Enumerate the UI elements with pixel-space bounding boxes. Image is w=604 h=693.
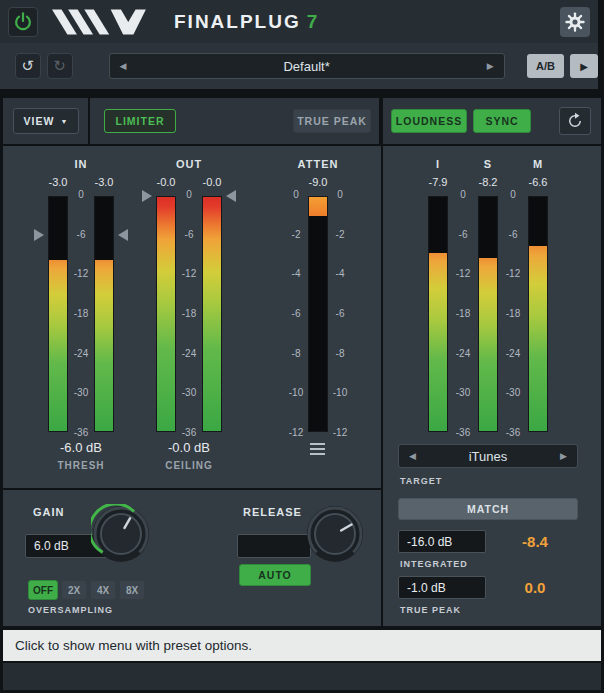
controls-panel: GAIN RELEASE AUTO OFF 2X 4X 8X OVERSAMPL… [3,490,381,626]
preset-selector[interactable]: ◀ Default* ▶ [109,53,505,79]
target-value: iTunes [426,449,550,464]
oversampling-2x-button[interactable]: 2X [61,580,87,600]
loudness-cell: LOUDNESS SYNC [383,98,601,144]
scale-tick: -18 [506,309,520,319]
scale-tick: -24 [182,349,196,359]
scale-tick: 0 [510,190,516,200]
true-peak-label: TRUE PEAK [400,605,461,615]
redo-button[interactable]: ↻ [47,53,73,79]
auto-release-toggle[interactable]: AUTO [239,564,311,586]
integrated-target-input[interactable] [398,530,486,553]
scale-tick: -36 [74,428,88,438]
preset-bar: ↺ ↻ ◀ Default* ▶ A/B ▶ [0,43,598,89]
meter-i [428,196,448,432]
scale-tick: 0 [460,190,466,200]
sync-toggle[interactable]: SYNC [473,109,531,133]
view-dropdown[interactable]: VIEW ▼ [13,108,79,134]
apply-button[interactable]: ▶ [570,54,598,78]
out-label: OUT [156,158,222,170]
in-meter-right [94,196,114,432]
atten-menu-button[interactable] [306,440,328,458]
refresh-button[interactable] [559,107,591,135]
true-peak-target-input[interactable] [398,576,486,599]
meter-s-value: -8.2 [468,176,508,188]
scale-tick: -12 [506,269,520,279]
lsm-scale-1: 0-6-12-18-24-30-36 [448,190,478,438]
out-meter-left [156,196,176,432]
atten-scale-left: 0-2-4-6-8-10-12 [286,190,306,438]
loudness-toggle[interactable]: LOUDNESS [391,109,467,133]
sync-label: SYNC [485,115,518,127]
limiter-toggle[interactable]: LIMITER [104,109,176,133]
thresh-marker-left[interactable] [34,229,44,241]
target-label: TARGET [400,476,442,486]
ceiling-readout[interactable]: -0.0 dB [139,440,239,455]
scale-tick: -2 [336,230,345,240]
meter-m-value: -6.6 [518,176,558,188]
play-icon: ▶ [580,61,588,72]
thresh-marker-right[interactable] [118,229,128,241]
oversampling-8x-button[interactable]: 8X [119,580,145,600]
ceiling-marker-right[interactable] [226,190,236,202]
undo-button[interactable]: ↺ [15,53,41,79]
scale-tick: -4 [292,269,301,279]
scale-tick: 0 [78,190,84,200]
preset-next-icon[interactable]: ▶ [477,61,504,71]
target-prev-icon[interactable]: ◀ [399,451,426,461]
target-next-icon[interactable]: ▶ [550,451,577,461]
scale-tick: -30 [182,388,196,398]
oversampling-off-button[interactable]: OFF [28,580,58,600]
preset-prev-icon[interactable]: ◀ [110,61,137,71]
out-scale: 0-6-12-18-24-30-36 [176,190,202,438]
view-cell: VIEW ▼ [3,98,88,144]
scale-tick: -30 [74,388,88,398]
ceiling-marker-left[interactable] [142,190,152,202]
target-selector[interactable]: ◀ iTunes ▶ [398,444,578,468]
oversampling-4x-button[interactable]: 4X [90,580,116,600]
settings-button[interactable] [560,7,590,37]
thresh-caption: THRESH [31,460,131,471]
header-bar: FINALPLUG7 [0,0,598,43]
release-input[interactable] [237,534,311,558]
out-value-right: -0.0 [192,176,232,188]
meter-m [528,196,548,432]
atten-scale-right: 0-2-4-6-8-10-12 [330,190,350,438]
meter-s [478,196,498,432]
scale-tick: -30 [506,388,520,398]
in-meter-left [48,196,68,432]
release-knob[interactable] [305,504,365,564]
scale-tick: -8 [336,349,345,359]
scale-tick: -18 [74,309,88,319]
meter-m-fill [529,246,547,431]
scale-tick: -12 [289,428,303,438]
os-8x-label: 8X [126,585,138,596]
power-button[interactable] [8,7,38,37]
meter-s-label: S [468,158,508,170]
gain-knob[interactable] [91,504,151,564]
gain-label: GAIN [33,506,65,518]
view-label: VIEW [24,115,55,127]
atten-label: ATTEN [285,158,351,170]
match-button[interactable]: MATCH [398,498,578,520]
release-label: RELEASE [243,506,302,518]
scale-tick: 0 [337,190,343,200]
scale-tick: -12 [333,428,347,438]
ab-compare-button[interactable]: A/B [527,54,565,78]
out-meter-left-fill [157,197,175,431]
in-meter-right-fill [95,260,113,431]
atten-meter-fill [309,197,327,216]
scale-tick: -24 [456,349,470,359]
meter-s-fill [479,258,497,431]
redo-icon: ↻ [53,57,66,75]
scale-tick: -30 [456,388,470,398]
in-value-right: -3.0 [84,176,124,188]
power-icon [12,11,34,33]
atten-meter [308,196,328,432]
thresh-readout[interactable]: -6.0 dB [31,440,131,455]
preset-name: Default* [136,59,476,74]
scale-tick: -6 [185,230,194,240]
match-label: MATCH [467,503,509,515]
true-peak-toggle[interactable]: TRUE PEAK [293,109,371,133]
scale-tick: 0 [293,190,299,200]
auto-label: AUTO [258,569,292,581]
